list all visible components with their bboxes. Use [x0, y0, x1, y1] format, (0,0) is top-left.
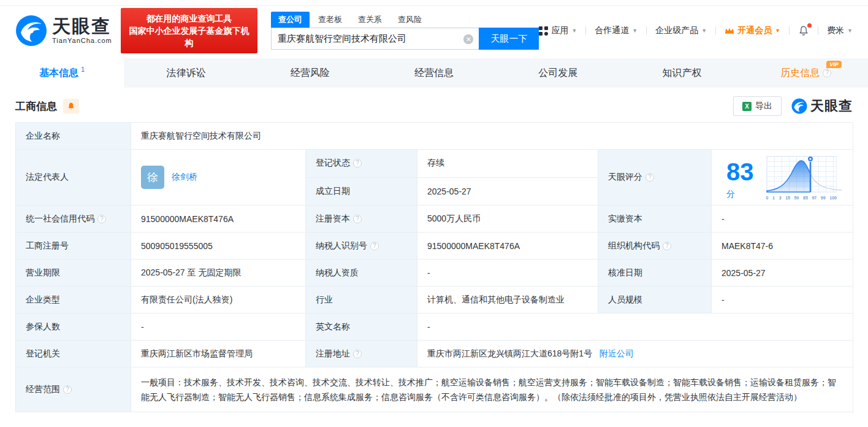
table-row: 法定代表人 徐 徐剑桥 登记状态 存续 天眼评分 83分: [16, 150, 853, 178]
org-code-value: MAEK8T47-6: [712, 233, 853, 260]
business-term-label: 营业期限: [16, 260, 131, 287]
nav-user-label: 费米: [827, 25, 844, 36]
nav-partner[interactable]: 合作通道 ▼: [595, 25, 638, 36]
search-input[interactable]: [272, 28, 479, 49]
staff-size-value: -: [712, 287, 853, 314]
industry-value: 计算机、通信和其他电子设备制造业: [417, 287, 598, 314]
search-tab-boss[interactable]: 查老板: [311, 12, 349, 28]
taxpayer-quality-value: -: [417, 260, 598, 287]
nav-partner-label: 合作通道: [595, 25, 629, 36]
tab-operation-info-label: 经营信息: [414, 67, 454, 80]
search-input-wrap: ✕: [271, 28, 479, 50]
crown-icon: [725, 27, 734, 35]
tab-legal[interactable]: 法律诉讼: [124, 58, 248, 88]
grid-icon: [539, 26, 548, 36]
tab-intellectual-property[interactable]: 知识产权: [620, 58, 744, 88]
tab-basic-info[interactable]: 基本信息 1: [0, 58, 124, 88]
bell-icon: [67, 102, 75, 110]
reg-authority-value: 重庆两江新区市场监督管理局: [131, 340, 306, 367]
help-icon[interactable]: [353, 350, 362, 358]
help-icon[interactable]: [370, 242, 379, 250]
brand-domain: TianYanCha.com: [52, 37, 112, 44]
site-header: 天眼查 TianYanCha.com 都在用的商业查询工具 国家中小企业发展子基…: [0, 6, 868, 55]
approval-date-label: 核准日期: [598, 260, 712, 287]
help-icon[interactable]: [823, 69, 831, 77]
paid-capital-value: -: [712, 206, 853, 233]
top-strip: [0, 0, 868, 6]
legal-rep-link[interactable]: 徐剑桥: [172, 172, 197, 183]
tab-history-info-label: 历史信息: [780, 67, 820, 80]
search-tab-risk[interactable]: 查风险: [390, 12, 429, 28]
search-tab-relation[interactable]: 查关系: [351, 12, 389, 28]
business-term-value: 2025-05-27 至 无固定期限: [131, 260, 306, 287]
tab-count-badge: 1: [81, 66, 85, 73]
notification-dot: [807, 23, 812, 28]
paid-capital-label: 实缴资本: [598, 206, 712, 233]
tianyancha-logo[interactable]: 天眼查 TianYanCha.com: [15, 15, 112, 47]
page-tabs: 基本信息 1 法律诉讼 经营风险 经营信息 公司发展 知识产权 VIP 历史信息: [0, 58, 868, 88]
tab-operation-info[interactable]: 经营信息: [372, 58, 496, 88]
table-row: 企业类型 有限责任公司(法人独资) 行业 计算机、通信和其他电子设备制造业 人员…: [16, 287, 853, 314]
company-name-label: 企业名称: [16, 123, 131, 150]
help-icon[interactable]: [353, 159, 362, 167]
help-icon[interactable]: [645, 173, 654, 182]
search-area: 查公司 查老板 查关系 查风险 ✕ 天眼一下: [271, 12, 539, 50]
table-row: 经营范围 一般项目：技术服务、技术开发、技术咨询、技术交流、技术转让、技术推广；…: [16, 367, 853, 412]
english-name-value: -: [417, 314, 853, 340]
legal-rep-value: 徐 徐剑桥: [131, 150, 306, 206]
tab-operation-risk[interactable]: 经营风险: [248, 58, 372, 88]
nav-enterprise-label: 企业级产品: [655, 25, 698, 36]
chevron-down-icon: ▼: [571, 28, 577, 34]
nearby-companies-link[interactable]: 附近公司: [600, 348, 634, 358]
search-button[interactable]: 天眼一下: [479, 28, 539, 50]
score-chart: 01 315 5085 9799 100: [765, 155, 838, 200]
nav-apps-label: 应用: [551, 25, 568, 36]
taxpayer-id-value: 91500000MAEK8T476A: [417, 233, 598, 260]
tab-intellectual-property-label: 知识产权: [663, 67, 702, 80]
nav-enterprise[interactable]: 企业级产品 ▼: [655, 25, 707, 36]
reg-address-value: 重庆市两江新区龙兴镇两江大道618号附1号 附近公司: [417, 340, 853, 367]
watermark-text: 天眼查: [810, 97, 853, 115]
company-name-value: 重庆赛航智行空间技术有限公司: [131, 123, 853, 150]
establish-date-value: 2025-05-27: [417, 177, 598, 206]
section-title: 工商信息: [15, 99, 57, 113]
top-nav: 应用 ▼ 合作通道 ▼ 企业级产品 ▼ 开通会员 ▼: [539, 25, 853, 36]
divider: [715, 26, 716, 35]
notification-bell[interactable]: [798, 25, 809, 36]
slogan-line-2: 国家中小企业发展子基金旗下机构: [127, 25, 251, 49]
export-button[interactable]: X 导出: [733, 96, 782, 116]
help-icon[interactable]: [63, 385, 72, 394]
company-type-label: 企业类型: [16, 287, 131, 314]
tab-company-development[interactable]: 公司发展: [496, 58, 620, 88]
business-info-table: 企业名称 重庆赛航智行空间技术有限公司 法定代表人 徐 徐剑桥 登记状态 存续 …: [15, 122, 853, 412]
help-icon[interactable]: [663, 242, 671, 250]
reg-status-label: 登记状态: [306, 150, 417, 178]
search-tab-company[interactable]: 查公司: [271, 12, 310, 28]
divider: [818, 26, 818, 35]
reg-address-text: 重庆市两江新区龙兴镇两江大道618号附1号: [427, 348, 592, 358]
nav-user[interactable]: 费米 ▼: [827, 25, 853, 36]
reg-status-value: 存续: [417, 150, 598, 178]
tianyancha-logo-icon: [15, 15, 47, 47]
help-icon[interactable]: [97, 215, 106, 223]
divider: [585, 26, 586, 35]
tab-history-info[interactable]: VIP 历史信息: [744, 58, 868, 88]
approval-date-value: 2025-05-27: [712, 260, 853, 287]
vip-badge: VIP: [826, 61, 842, 68]
subscribe-bell-button[interactable]: [63, 99, 79, 113]
chevron-down-icon: ▼: [632, 28, 638, 34]
brand-slogan: 都在用的商业查询工具 国家中小企业发展子基金旗下机构: [121, 8, 257, 53]
help-icon[interactable]: [353, 215, 362, 223]
divider: [646, 26, 647, 35]
nav-vip[interactable]: 开通会员 ▼: [725, 25, 780, 36]
tab-legal-label: 法律诉讼: [166, 67, 205, 80]
taxpayer-id-label: 纳税人识别号: [306, 233, 417, 260]
nav-apps[interactable]: 应用 ▼: [539, 25, 577, 36]
table-row: 营业期限 2025-05-27 至 无固定期限 纳税人资质 - 核准日期 202…: [16, 260, 853, 287]
reg-number-label: 工商注册号: [16, 233, 131, 260]
score-axis: 01 315 5085 9799 100: [766, 196, 837, 200]
chevron-down-icon: ▼: [775, 28, 780, 34]
table-row: 统一社会信用代码 91500000MAEK8T476A 注册资本 5000万人民…: [16, 206, 853, 233]
business-scope-label: 经营范围: [16, 367, 131, 412]
avatar[interactable]: 徐: [141, 166, 164, 189]
